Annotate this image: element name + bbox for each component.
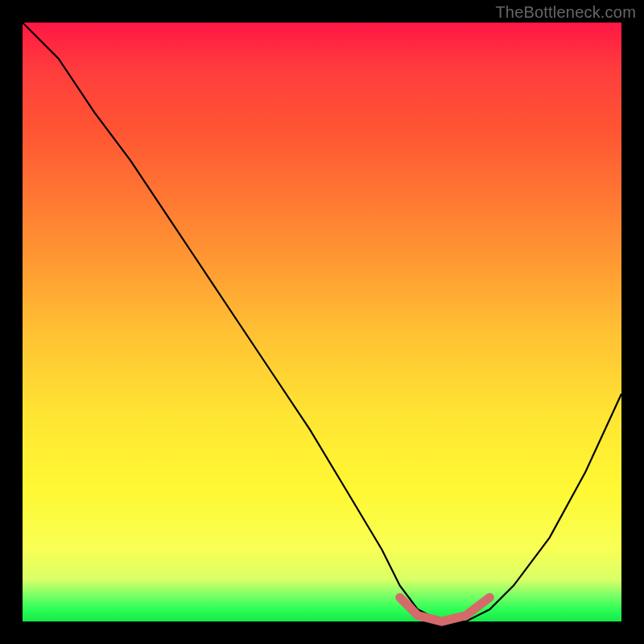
- watermark-text: TheBottleneck.com: [495, 3, 636, 22]
- optimal-range-highlight: [400, 597, 490, 621]
- curve-layer: [23, 23, 621, 621]
- plot-area: [23, 23, 621, 621]
- bottleneck-curve: [23, 23, 621, 621]
- chart-frame: TheBottleneck.com: [0, 0, 644, 644]
